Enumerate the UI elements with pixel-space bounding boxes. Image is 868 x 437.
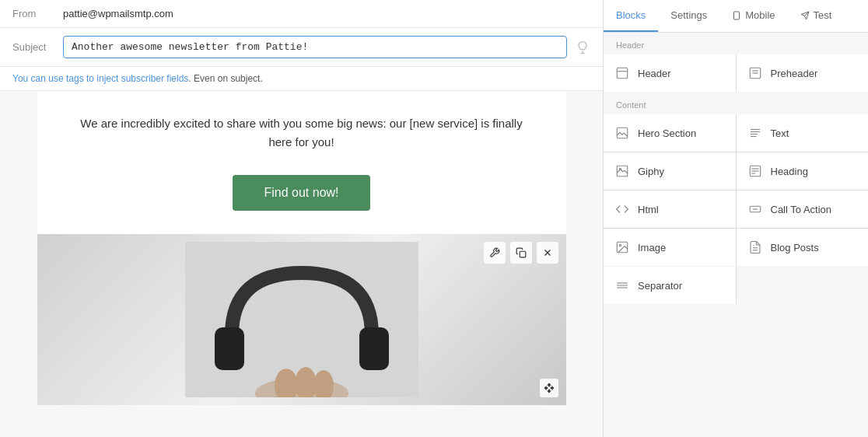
from-label: From xyxy=(12,8,55,19)
subject-row: Subject xyxy=(0,28,603,67)
image-overlay-toolbar xyxy=(484,242,558,264)
lightbulb-icon[interactable] xyxy=(575,40,590,55)
html-icon xyxy=(614,201,630,217)
separator-icon xyxy=(614,278,630,293)
cta-section: Find out now! xyxy=(37,167,566,234)
giphy-icon xyxy=(614,163,630,179)
tab-settings[interactable]: Settings xyxy=(658,0,719,32)
block-hero-section[interactable]: Hero Section xyxy=(604,114,736,152)
heading-icon xyxy=(747,163,763,179)
cta-icon xyxy=(747,201,763,217)
email-editor-panel: From pattie@wpmailsmtp.com Subject You c… xyxy=(0,0,604,437)
block-preheader-label: Preheader xyxy=(771,68,818,79)
tab-test[interactable]: Test xyxy=(788,0,845,32)
block-heading[interactable]: Heading xyxy=(737,152,869,190)
overlay-duplicate-icon[interactable] xyxy=(510,242,532,264)
subject-input[interactable] xyxy=(63,36,567,58)
header-icon xyxy=(614,65,630,81)
cta-button[interactable]: Find out now! xyxy=(233,175,369,211)
svg-rect-11 xyxy=(734,12,740,19)
image-section xyxy=(37,234,566,405)
blocks-panel: Header Header xyxy=(604,33,868,437)
blog-icon xyxy=(747,239,763,255)
block-text[interactable]: Text xyxy=(737,114,869,152)
block-image[interactable]: Image xyxy=(604,229,736,266)
content-blocks-grid: Hero Section Text xyxy=(604,114,868,266)
block-blog-posts[interactable]: Blog Posts xyxy=(737,229,869,266)
section-label-header: Header xyxy=(604,33,868,54)
overlay-settings-icon[interactable] xyxy=(484,242,506,264)
svg-rect-1 xyxy=(520,251,526,257)
tag-hint-link[interactable]: You can use tags to inject subscriber fi… xyxy=(12,73,188,84)
hero-icon xyxy=(614,125,630,141)
tag-hint: You can use tags to inject subscriber fi… xyxy=(0,67,603,91)
svg-rect-20 xyxy=(617,128,628,138)
block-header-label: Header xyxy=(638,68,671,79)
tab-mobile[interactable]: Mobile xyxy=(719,0,787,32)
block-html-label: Html xyxy=(638,204,659,215)
tab-blocks[interactable]: Blocks xyxy=(604,0,658,32)
svg-rect-6 xyxy=(359,327,389,370)
block-hero-label: Hero Section xyxy=(638,128,696,139)
svg-rect-15 xyxy=(617,68,628,79)
subject-label: Subject xyxy=(12,41,55,53)
svg-rect-5 xyxy=(215,327,244,370)
text-icon xyxy=(747,125,763,141)
header-blocks-grid: Header Preheader xyxy=(604,54,868,92)
email-text-section: We are incredibly excited to share with … xyxy=(37,91,566,167)
block-separator[interactable]: Separator xyxy=(604,267,736,304)
preheader-icon xyxy=(747,65,763,81)
block-heading-label: Heading xyxy=(771,166,808,177)
email-body-text: We are incredibly excited to share with … xyxy=(68,114,535,152)
separator-grid: Separator xyxy=(604,267,868,304)
from-row: From pattie@wpmailsmtp.com xyxy=(0,0,603,28)
email-body: We are incredibly excited to share with … xyxy=(37,91,566,405)
email-content: We are incredibly excited to share with … xyxy=(0,91,603,437)
block-giphy[interactable]: Giphy xyxy=(604,152,736,190)
block-html[interactable]: Html xyxy=(604,191,736,228)
block-cta[interactable]: Call To Action xyxy=(737,191,869,228)
block-image-label: Image xyxy=(638,242,666,253)
section-label-content: Content xyxy=(604,93,868,114)
block-preheader[interactable]: Preheader xyxy=(737,54,869,92)
image-icon xyxy=(614,239,630,255)
block-header[interactable]: Header xyxy=(604,54,736,92)
block-giphy-label: Giphy xyxy=(638,166,664,177)
from-value: pattie@wpmailsmtp.com xyxy=(63,8,173,19)
overlay-delete-icon[interactable] xyxy=(537,242,558,264)
block-cta-label: Call To Action xyxy=(771,204,832,215)
block-text-label: Text xyxy=(771,128,789,139)
block-blog-label: Blog Posts xyxy=(771,242,819,253)
svg-point-34 xyxy=(619,244,621,246)
empty-block-cell xyxy=(737,267,869,304)
right-panel: Blocks Settings Mobile Test Header He xyxy=(604,0,868,437)
block-separator-label: Separator xyxy=(638,280,682,292)
tabs-header: Blocks Settings Mobile Test xyxy=(604,0,868,33)
move-handle[interactable] xyxy=(540,379,558,397)
